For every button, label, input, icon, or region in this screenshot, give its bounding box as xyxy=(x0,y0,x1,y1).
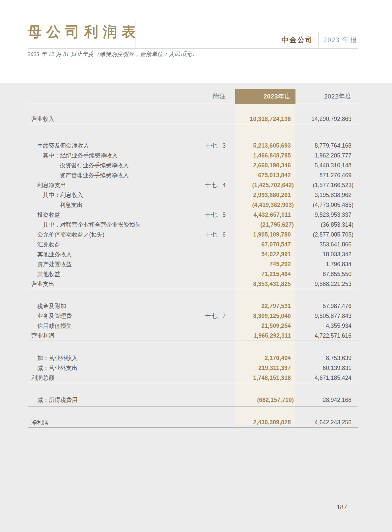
table-row: 投资收益十七、54,432,657,0119,523,953,337 xyxy=(28,210,358,220)
row-value-2022: 4,355,934 xyxy=(295,321,358,331)
row-value-2023: (682,157,710) xyxy=(227,395,295,405)
row-value-2022: 8,753,639 xyxy=(295,353,358,363)
row-label: 税金及附加 xyxy=(37,301,66,311)
row-value-2022: 1,796,834 xyxy=(295,259,358,269)
row-label-cell: 投资银行业务手续费净收入 xyxy=(28,160,227,170)
row-label-cell: 其他收益 xyxy=(28,269,227,279)
row-value-2022: 28,942,168 xyxy=(295,395,358,405)
header-brand-block: 中金公司 2023 年报 xyxy=(28,32,358,47)
row-label-cell: 其中：利息收入 xyxy=(28,190,227,200)
report-page: 母公司利润表 中金公司 2023 年报 2023 年 12 月 31 日止年度（… xyxy=(0,0,392,532)
row-value-2023: 2,660,190,346 xyxy=(227,160,295,170)
row-note: 十七、4 xyxy=(205,180,227,190)
table-body: 营业收入10,318,724,13614,290,792,869手续费及佣金净收… xyxy=(28,104,358,428)
row-value-2023: 10,318,724,136 xyxy=(227,114,295,124)
row-label-cell: 其中：对联营企业和合营企业投资损失 xyxy=(28,220,227,230)
row-value-2023: 2,170,404 xyxy=(227,353,295,363)
row-label-cell: 信用减值损失 xyxy=(28,321,227,331)
notes-column-header-cell: 附注 xyxy=(28,89,227,104)
row-value-2023: (1,425,702,642) xyxy=(227,180,295,190)
row-value-2023: 1,965,292,311 xyxy=(227,331,295,341)
header-rule-line xyxy=(28,48,358,48)
table-group: 减：所得税费用(682,157,710)28,942,168 xyxy=(28,383,358,406)
row-label: 资产管理业务手续费净收入 xyxy=(60,170,129,180)
row-value-2022: (36,853,314) xyxy=(295,220,358,230)
table-row: 减：所得税费用(682,157,710)28,942,168 xyxy=(28,395,358,405)
row-value-2023: 67,070,547 xyxy=(227,239,295,249)
table-row: 信用减值损失21,509,2544,355,934 xyxy=(28,321,358,331)
row-label-cell: 利润总额 xyxy=(28,373,227,383)
row-value-2023: 2,430,309,028 xyxy=(227,417,295,427)
row-label: 利息支出 xyxy=(60,200,83,210)
row-value-2023: 219,311,397 xyxy=(227,363,295,373)
row-label: 资产处置收益 xyxy=(37,259,72,269)
row-note: 十七、6 xyxy=(205,230,227,239)
table-row: 营业利润1,965,292,3114,722,571,616 xyxy=(28,331,358,341)
table-row: 税金及附加22,797,53157,987,476 xyxy=(28,301,358,311)
row-value-2022: 5,440,310,148 xyxy=(295,160,358,170)
table-group: 营业收入10,318,724,13614,290,792,869 xyxy=(28,104,358,124)
row-value-2022: (2,877,085,705) xyxy=(295,230,358,239)
table-row: 手续费及佣金净收入十七、35,213,605,6938,779,764,168 xyxy=(28,141,358,151)
row-label: 其中：利息收入 xyxy=(43,190,83,200)
row-label: 利息净支出 xyxy=(37,180,66,190)
row-label: 公允价值变动收益／(损失) xyxy=(37,230,104,239)
row-value-2023: 675,013,842 xyxy=(227,170,295,180)
row-value-2022: 67,855,550 xyxy=(295,269,358,279)
row-label-cell: 投资收益十七、5 xyxy=(28,210,227,220)
row-label: 汇兑收益 xyxy=(37,239,60,249)
row-value-2023: (4,419,382,903) xyxy=(227,200,295,210)
table-row: 业务及管理费十七、78,309,125,0409,505,877,843 xyxy=(28,311,358,321)
table-row: 其他业务收入54,022,99118,033,342 xyxy=(28,249,358,259)
row-value-2023: 54,022,991 xyxy=(227,249,295,259)
income-statement-table: 附注 2023年度 2022年度 营业收入10,318,724,13614,29… xyxy=(28,89,358,428)
table-row: 营业支出8,353,431,8259,568,221,253 xyxy=(28,279,358,289)
table-group: 税金及附加22,797,53157,987,476业务及管理费十七、78,309… xyxy=(28,289,358,341)
table-row: 利息净支出十七、4(1,425,702,642)(1,577,166,523) xyxy=(28,180,358,190)
row-label-cell: 营业利润 xyxy=(28,331,227,341)
table-row: 资产处置收益745,2921,796,834 xyxy=(28,259,358,269)
row-value-2022: 8,779,764,168 xyxy=(295,141,358,151)
row-label: 营业收入 xyxy=(31,114,54,124)
column-header-2022: 2022年度 xyxy=(295,89,358,104)
table-row: 其中：对联营企业和合营企业投资损失(21,795,627)(36,853,314… xyxy=(28,220,358,230)
row-value-2022: 353,641,866 xyxy=(295,239,358,249)
table-row: 净利润2,430,309,0284,642,243,256 xyxy=(28,417,358,427)
table-row: 其中：经纪业务手续费净收入1,466,848,7851,962,205,777 xyxy=(28,151,358,160)
table-group: 净利润2,430,309,0284,642,243,256 xyxy=(28,406,358,428)
row-value-2023: 4,432,657,011 xyxy=(227,210,295,220)
row-value-2023: 745,292 xyxy=(227,259,295,269)
row-label: 信用减值损失 xyxy=(37,321,72,331)
row-value-2022: 14,290,792,869 xyxy=(295,114,358,124)
row-label: 其中：对联营企业和合营企业投资损失 xyxy=(43,220,141,230)
row-label: 业务及管理费 xyxy=(37,311,72,321)
row-label: 其他收益 xyxy=(37,269,60,279)
row-note: 十七、5 xyxy=(205,210,227,220)
row-note: 十七、3 xyxy=(205,141,227,151)
page-number: 187 xyxy=(329,503,354,511)
row-label: 营业利润 xyxy=(31,331,54,341)
table-row: 其他收益71,215,46467,855,550 xyxy=(28,269,358,279)
row-label: 营业支出 xyxy=(31,279,54,289)
row-value-2022: 18,033,342 xyxy=(295,249,358,259)
row-label-cell: 其他业务收入 xyxy=(28,249,227,259)
row-label-cell: 资产管理业务手续费净收入 xyxy=(28,170,227,180)
table-row: 利息支出(4,419,382,903)(4,773,005,485) xyxy=(28,200,358,210)
row-value-2022: (1,577,166,523) xyxy=(295,180,358,190)
row-label-cell: 减：营业外支出 xyxy=(28,363,227,373)
row-value-2023: (21,795,627) xyxy=(227,220,295,230)
table-row: 公允价值变动收益／(损失)十七、61,905,109,780(2,877,085… xyxy=(28,230,358,239)
row-value-2023: 8,353,431,825 xyxy=(227,279,295,289)
row-value-2022: 9,523,953,337 xyxy=(295,210,358,220)
row-value-2023: 1,748,151,318 xyxy=(227,373,295,383)
row-label-cell: 利息支出 xyxy=(28,200,227,210)
row-value-2022: 1,962,205,777 xyxy=(295,151,358,160)
row-label-cell: 业务及管理费十七、7 xyxy=(28,311,227,321)
table-group: 加：营业外收入2,170,4048,753,639减：营业外支出219,311,… xyxy=(28,341,358,383)
table-row: 营业收入10,318,724,13614,290,792,869 xyxy=(28,114,358,124)
column-header-2023: 2023年度 xyxy=(235,89,295,104)
table-row: 投资银行业务手续费净收入2,660,190,3465,440,310,148 xyxy=(28,160,358,170)
row-label-cell: 减：所得税费用 xyxy=(28,395,227,405)
brand-name: 中金公司 xyxy=(282,35,313,44)
row-label: 其中：经纪业务手续费净收入 xyxy=(43,151,118,160)
